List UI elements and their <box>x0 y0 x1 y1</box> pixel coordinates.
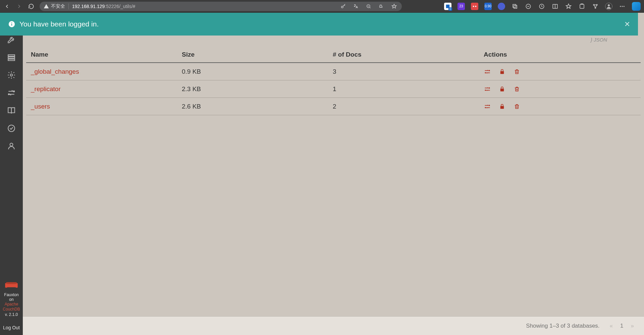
json-toggle-cut[interactable]: } JSON <box>591 37 607 43</box>
svg-rect-23 <box>8 57 15 58</box>
svg-point-26 <box>13 91 14 92</box>
url-text: 192.168.91.129:52226/_utils/# <box>72 4 135 9</box>
table-row: _global_changes 0.9 KB 3 <box>26 63 641 80</box>
svg-point-14 <box>608 4 610 6</box>
rail-footer-apache: Apache <box>1 302 21 307</box>
ext-icon-2[interactable]: 23 <box>458 3 465 10</box>
copilot-icon[interactable] <box>632 2 641 11</box>
svg-point-36 <box>489 87 490 88</box>
rail-footer-couch: CouchDB <box>1 307 21 312</box>
notification-message: You have been logged in. <box>19 20 99 28</box>
split-screen-icon[interactable] <box>551 3 559 10</box>
svg-rect-6 <box>514 5 517 8</box>
db-size: 2.3 KB <box>182 85 333 93</box>
read-aloud-icon[interactable] <box>378 3 385 10</box>
svg-point-39 <box>485 107 486 108</box>
close-banner-button[interactable]: × <box>625 19 630 29</box>
permissions-db-icon[interactable] <box>498 85 506 93</box>
book-icon <box>7 106 16 115</box>
translate-icon[interactable] <box>352 3 360 10</box>
delete-db-icon[interactable] <box>513 68 521 75</box>
nav-active-tasks[interactable] <box>0 48 23 66</box>
back-button[interactable] <box>3 3 11 10</box>
check-circle-icon <box>7 124 16 133</box>
nav-config[interactable] <box>0 66 23 84</box>
network-icon[interactable] <box>592 3 599 10</box>
zoom-out-icon[interactable] <box>365 3 372 10</box>
delete-db-icon[interactable] <box>513 85 521 93</box>
collections-icon[interactable] <box>511 3 519 10</box>
db-actions <box>484 68 636 75</box>
user-icon <box>7 142 16 150</box>
replicate-db-icon[interactable] <box>484 103 491 110</box>
permissions-db-icon[interactable] <box>498 103 506 110</box>
svg-point-37 <box>485 90 486 90</box>
notification-banner: You have been logged in. × <box>0 13 638 36</box>
svg-point-16 <box>622 6 623 7</box>
page-number: 1 <box>620 323 623 329</box>
logout-link[interactable]: Log Out <box>0 320 23 335</box>
pagination-footer: Showing 1–3 of 3 databases. « 1 » <box>23 316 644 335</box>
address-bar[interactable]: 不安全 192.168.91.129:52226/_utils/# <box>40 2 402 11</box>
url-rest: :52226/_utils/# <box>105 4 135 9</box>
db-name-link[interactable]: _users <box>31 103 50 110</box>
col-docs: # of Docs <box>333 51 484 58</box>
db-docs: 3 <box>333 68 484 75</box>
pager: « 1 » <box>610 323 634 329</box>
svg-point-15 <box>620 6 621 7</box>
svg-rect-24 <box>8 59 15 60</box>
db-docs: 2 <box>333 103 484 110</box>
col-actions: Actions <box>484 51 636 58</box>
next-page[interactable]: » <box>631 323 634 329</box>
replicate-db-icon[interactable] <box>484 85 491 93</box>
gear-icon <box>7 71 16 79</box>
security-label-text: 不安全 <box>51 3 65 9</box>
svg-rect-19 <box>11 23 12 25</box>
db-size: 0.9 KB <box>182 68 333 75</box>
db-name-link[interactable]: _replicator <box>31 85 61 92</box>
favorites-star-icon[interactable] <box>565 3 572 10</box>
minimize-icon[interactable] <box>525 3 532 10</box>
refresh-button[interactable] <box>28 3 35 10</box>
profile-avatar[interactable] <box>605 3 612 10</box>
delete-db-icon[interactable] <box>513 103 521 110</box>
svg-point-38 <box>489 105 490 106</box>
permissions-db-icon[interactable] <box>498 68 506 75</box>
extensions-icon[interactable] <box>578 3 586 10</box>
ext-icon-3[interactable] <box>471 3 478 10</box>
performance-icon[interactable] <box>538 3 545 10</box>
db-actions <box>484 85 636 93</box>
prev-page[interactable]: « <box>610 323 613 329</box>
svg-point-29 <box>10 143 13 146</box>
security-warning[interactable]: 不安全 <box>44 3 69 9</box>
db-size: 2.6 KB <box>182 103 333 110</box>
rail-footer: Fauxton on Apache CouchDB v. 2.1.0 <box>0 276 23 320</box>
ext-icon-1[interactable]: 0 <box>444 3 451 10</box>
rail-footer-line1: Fauxton on <box>1 292 21 302</box>
nav-verify[interactable] <box>0 119 23 137</box>
svg-rect-30 <box>6 284 17 287</box>
app-root: You have been logged in. × <box>0 13 644 335</box>
nav-admin[interactable] <box>0 137 23 155</box>
svg-rect-33 <box>6 282 17 284</box>
db-name-link[interactable]: _global_changes <box>31 68 79 75</box>
table-row: _replicator 2.3 KB 1 <box>26 80 641 98</box>
more-menu[interactable] <box>619 3 626 10</box>
db-docs: 1 <box>333 85 484 93</box>
favorite-icon[interactable] <box>390 3 398 10</box>
showing-label: Showing 1–3 of 3 databases. <box>526 323 599 329</box>
col-size: Size <box>182 51 333 58</box>
key-icon[interactable] <box>339 3 347 10</box>
tasks-icon <box>7 53 16 62</box>
nav-documentation[interactable] <box>0 102 23 119</box>
replication-icon <box>7 88 16 97</box>
nav-rail: Fauxton on Apache CouchDB v. 2.1.0 Log O… <box>0 13 23 335</box>
chrome-right-icons: 0 23 0.90 <box>444 2 641 11</box>
ext-icon-5[interactable] <box>498 3 505 10</box>
forward-button[interactable] <box>15 3 23 10</box>
ext-icon-4[interactable]: 0.90 <box>484 3 492 10</box>
logout-label: Log Out <box>3 325 20 330</box>
url-host: 192.168.91.129 <box>72 4 105 9</box>
replicate-db-icon[interactable] <box>484 68 491 75</box>
nav-replication[interactable] <box>0 84 23 102</box>
